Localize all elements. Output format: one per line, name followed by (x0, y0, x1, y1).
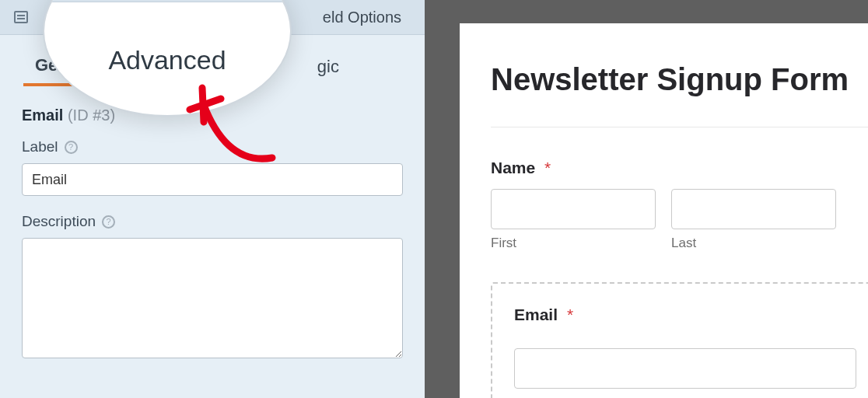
tab-add-fields[interactable] (0, 0, 42, 34)
title-divider (491, 127, 868, 127)
help-icon[interactable]: ? (102, 215, 115, 229)
field-options-subtabs: General Advanced gic (0, 35, 425, 85)
option-description-text: Description (22, 213, 96, 230)
tab-field-options[interactable]: eld Options (323, 0, 401, 34)
email-field-block-selected[interactable]: Email * (491, 282, 868, 398)
sidebar-top-tabs: eld Options (0, 0, 425, 35)
first-name-sublabel: First (491, 236, 656, 251)
last-name-sublabel: Last (671, 236, 836, 251)
field-header: Email (ID #3) (0, 85, 425, 138)
field-id: (ID #3) (68, 106, 115, 124)
email-preview-input[interactable] (514, 348, 856, 389)
subtab-advanced[interactable]: Advanced (136, 54, 267, 87)
required-asterisk-icon: * (567, 305, 573, 323)
label-option-group: Label ? (0, 138, 425, 213)
builder-sidebar: eld Options General Advanced gic Email (… (0, 0, 425, 398)
description-option-group: Description ? (0, 213, 425, 379)
last-name-input[interactable] (671, 189, 836, 229)
field-options-label: eld Options (323, 9, 401, 26)
help-icon[interactable]: ? (65, 141, 78, 154)
name-field-block[interactable]: Name * First Last (491, 159, 868, 251)
option-label-text: Label (22, 138, 58, 155)
field-type-name: Email (22, 106, 63, 124)
required-asterisk-icon: * (544, 159, 551, 176)
form-preview: Newsletter Signup Form Name * First Last (460, 23, 868, 398)
name-field-label: Name (491, 159, 535, 176)
list-icon (14, 11, 28, 23)
form-title: Newsletter Signup Form (491, 62, 868, 97)
first-name-input[interactable] (491, 189, 656, 229)
description-textarea[interactable] (22, 238, 403, 358)
subtab-general[interactable]: General (23, 55, 110, 86)
subtab-logic[interactable]: gic (306, 57, 351, 85)
label-input[interactable] (22, 163, 403, 196)
email-field-label: Email (514, 305, 558, 323)
builder-canvas-area: Newsletter Signup Form Name * First Last (425, 0, 868, 398)
